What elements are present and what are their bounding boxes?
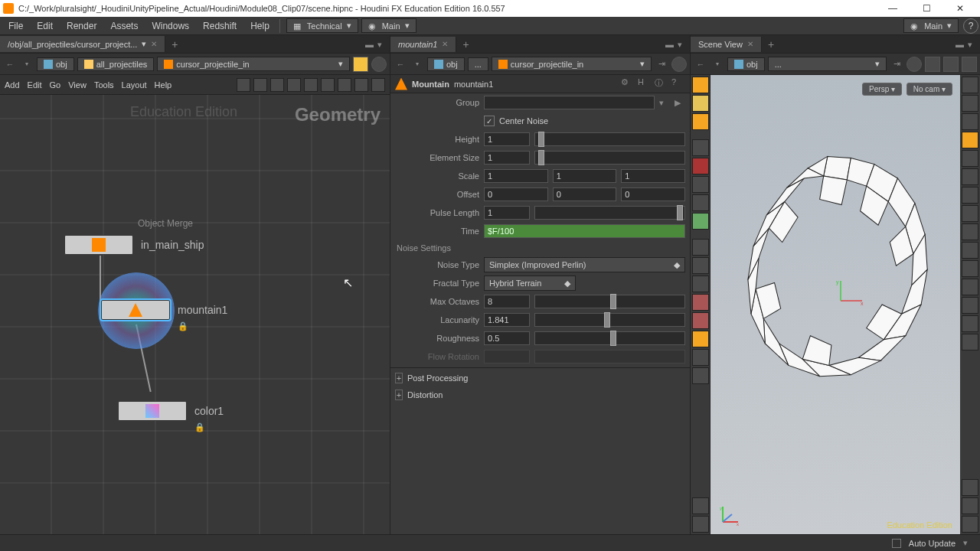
close-icon[interactable]: ✕ [747,40,753,48]
planar-tool[interactable] [692,349,709,366]
menu-file[interactable]: File [2,18,30,34]
display-tool-5[interactable] [962,150,978,167]
pin-icon[interactable]: ⇥ [655,57,668,71]
bottom-tool-2[interactable] [692,516,709,533]
nav-back-icon[interactable]: ← [694,57,707,71]
breadcrumb-current[interactable]: cursor_projectile_in▾ [492,57,652,71]
misc-tool[interactable] [692,367,709,384]
height-field[interactable]: 1 [484,132,530,146]
rough-field[interactable]: 0.5 [484,331,530,345]
scale-x-field[interactable]: 1 [484,169,548,183]
display-tool-2[interactable] [962,95,978,112]
layout2-icon[interactable] [943,57,959,72]
scale-z-field[interactable]: 1 [621,169,685,183]
close-icon[interactable]: ✕ [151,40,157,48]
display-tool-14[interactable] [962,315,978,332]
maxoct-slider[interactable] [534,295,685,308]
display-tool-6[interactable] [962,168,978,185]
group-field[interactable] [484,96,655,109]
breadcrumb-obj[interactable]: obj [37,57,74,71]
net-menu-help[interactable]: Help [155,80,172,90]
display-tool-active[interactable] [962,132,978,148]
note-icon[interactable] [321,78,335,92]
pane-menu-icon[interactable]: ▾ [377,40,387,49]
offset-y-field[interactable]: 0 [553,187,617,201]
height-slider[interactable] [534,132,685,146]
window-minimize-button[interactable]: — [876,0,910,17]
display-options-icon[interactable] [353,57,368,72]
menu-assets[interactable]: Assets [103,18,145,34]
breadcrumb-dots[interactable]: ... [468,57,488,71]
node-name-field[interactable]: mountain1 [454,80,493,89]
translate-tool[interactable] [692,239,709,256]
group-menu-icon[interactable]: ▾ [659,98,670,108]
maxoct-field[interactable]: 8 [484,295,530,308]
offset-z-field[interactable]: 0 [621,187,685,201]
nav-history-icon[interactable]: ▾ [710,57,724,71]
display-tool-10[interactable] [962,242,978,259]
spreadsheet-icon[interactable] [304,78,318,92]
radar-icon[interactable] [371,57,387,72]
scale-y-field[interactable]: 1 [553,169,617,183]
radar-icon[interactable] [671,57,687,72]
breadcrumb-dots[interactable]: ...▾ [768,57,887,71]
display-tool-11[interactable] [962,260,978,277]
info-icon[interactable]: ⓘ [655,77,668,91]
snap3-tool[interactable] [692,331,709,347]
nav-back-icon[interactable]: ← [394,57,407,71]
nav-back-icon[interactable]: ← [3,57,17,71]
pin-icon[interactable]: ⇥ [890,57,903,71]
minimize-pane-icon[interactable]: ▬ [956,40,965,49]
help-icon[interactable]: ? [963,18,978,34]
point-tool[interactable] [692,158,709,174]
desktop-dropdown[interactable]: ▦Technical▾ [286,18,358,33]
menu-render[interactable]: Render [60,18,103,34]
pulse-slider[interactable] [534,206,685,220]
network-tab[interactable]: /obj/all_projectiles/cursor_project...▾✕ [0,36,165,52]
radial-dropdown[interactable]: ◉Main▾ [903,18,959,33]
vertex-tool[interactable] [692,213,709,230]
nav-history-icon[interactable]: ▾ [410,57,424,71]
bottom-tool-1[interactable] [692,497,709,514]
display-tool-b3[interactable] [962,516,978,533]
new-tab-button[interactable]: + [762,37,780,52]
arrow-tool[interactable] [692,139,709,156]
search-icon[interactable] [371,78,385,92]
lasso-tool[interactable] [692,113,709,130]
viewport-3d[interactable]: Persp ▾ No cam ▾ [710,75,960,534]
menu-redshift[interactable]: Redshift [196,18,243,34]
scene-tab[interactable]: Scene View✕ [691,37,762,52]
display-tool-8[interactable] [962,205,978,222]
layout-icon[interactable] [925,57,940,72]
fold-post-processing[interactable]: +Post Processing [390,370,690,386]
nav-history-icon[interactable]: ▾ [20,57,34,71]
param-tab[interactable]: mountain1✕ [390,37,456,52]
new-tab-button[interactable]: + [456,37,475,52]
center-noise-checkbox[interactable]: ✓ [484,116,495,126]
image-icon[interactable] [338,78,351,92]
display-tool-b2[interactable] [962,497,978,514]
pin-icon[interactable] [354,78,368,92]
net-menu-tools[interactable]: Tools [94,80,114,90]
net-menu-add[interactable]: Add [5,80,20,90]
select-tool[interactable] [692,77,709,93]
display-tool-12[interactable] [962,279,978,295]
minimize-pane-icon[interactable]: ▬ [365,40,374,49]
display-tool-9[interactable] [962,223,978,240]
edge-tool[interactable] [692,194,709,211]
select-mode-tool[interactable] [692,95,709,112]
help-icon[interactable]: ? [671,77,685,91]
breadcrumb-current[interactable]: cursor_projectile_in▾ [157,57,350,71]
display-tool-1[interactable] [962,77,978,93]
pane-menu-icon[interactable]: ▾ [678,40,687,49]
fold-distortion[interactable]: +Distortion [390,386,690,403]
net-menu-view[interactable]: View [68,80,87,90]
node-mountain1[interactable]: mountain1 🔒 [101,300,227,320]
minimize-pane-icon[interactable]: ▬ [665,40,675,49]
display-tool-7[interactable] [962,187,978,204]
menu-windows[interactable]: Windows [145,18,196,34]
rough-slider[interactable] [534,331,685,345]
lac-slider[interactable] [534,313,685,327]
breadcrumb-obj[interactable]: obj [427,57,465,71]
snap-tool[interactable] [692,294,709,311]
